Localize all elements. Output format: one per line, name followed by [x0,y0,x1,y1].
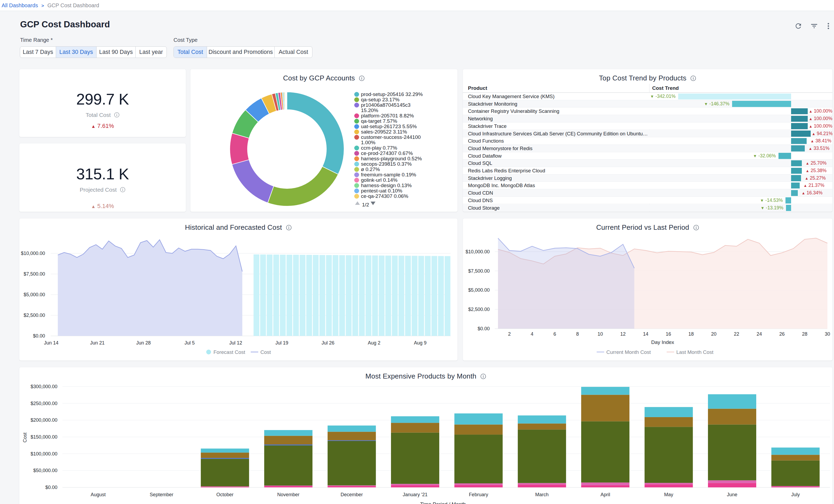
svg-text:prod-setup-205416 32.29%: prod-setup-205416 32.29% [361,91,423,97]
svg-text:Cost: Cost [22,433,28,442]
svg-text:golink-url 0.14%: golink-url 0.14% [361,177,397,183]
svg-text:10: 10 [597,331,603,337]
svg-text:June: June [727,492,737,497]
svg-text:Jul 19: Jul 19 [276,340,288,346]
svg-text:$0.00: $0.00 [478,326,490,331]
svg-text:20: 20 [711,331,717,337]
svg-text:15.20%: 15.20% [361,108,378,113]
svg-text:Jul 26: Jul 26 [322,340,334,346]
svg-text:April: April [600,492,610,497]
svg-text:14: 14 [643,331,649,337]
svg-text:August: August [91,492,106,497]
svg-text:Jul 5: Jul 5 [184,340,195,346]
svg-text:March: March [535,492,549,497]
svg-text:January '21: January '21 [403,492,428,497]
svg-text:ce-prod-274307 0.67%: ce-prod-274307 0.67% [361,150,413,156]
svg-text:18: 18 [688,331,694,337]
svg-text:$5,000.00: $5,000.00 [468,287,490,293]
svg-text:Forecast Cost: Forecast Cost [214,349,245,355]
svg-text:2: 2 [508,331,511,337]
svg-text:16: 16 [665,331,671,337]
svg-text:12: 12 [620,331,626,337]
svg-text:sales-209522 3.11%: sales-209522 3.11% [361,129,407,135]
svg-text:Jul 12: Jul 12 [229,340,242,346]
svg-text:uat-setup-261723 5.55%: uat-setup-261723 5.55% [361,124,417,129]
svg-text:$100,000.00: $100,000.00 [30,451,58,457]
svg-text:qa-target 7.57%: qa-target 7.57% [361,118,397,124]
svg-text:Time Period / Month: Time Period / Month [420,501,466,504]
svg-text:$250,000.00: $250,000.00 [30,401,58,406]
svg-text:Jun 21: Jun 21 [90,340,105,346]
svg-text:$0.00: $0.00 [33,333,45,338]
svg-text:6: 6 [553,331,556,337]
svg-text:October: October [216,492,234,497]
svg-text:Jun 14: Jun 14 [44,340,59,346]
svg-text:$7,500.00: $7,500.00 [24,271,45,277]
svg-text:Aug 9: Aug 9 [414,340,426,346]
svg-text:pr10406a87045145c3: pr10406a87045145c3 [361,102,411,108]
svg-text:qa-setup 23.17%: qa-setup 23.17% [361,97,400,103]
svg-text:22: 22 [734,331,739,337]
svg-text:ce-qa-274307 0.06%: ce-qa-274307 0.06% [361,193,409,199]
svg-text:Aug 2: Aug 2 [368,340,380,346]
svg-text:Current Month Cost: Current Month Cost [606,349,651,355]
svg-text:28: 28 [802,331,808,337]
svg-text:ø 0.27%: ø 0.27% [361,167,380,172]
svg-text:$50,000.00: $50,000.00 [33,468,58,473]
svg-text:1/2: 1/2 [362,202,369,207]
svg-text:December: December [341,492,363,497]
svg-text:November: November [277,492,300,497]
svg-text:$2,500.00: $2,500.00 [468,307,490,312]
svg-text:ccm-play 0.77%: ccm-play 0.77% [361,145,397,151]
svg-text:Cost: Cost [260,349,271,355]
svg-text:$7,500.00: $7,500.00 [468,268,490,274]
svg-text:$5,000.00: $5,000.00 [24,292,45,297]
svg-text:Day Index: Day Index [651,339,674,345]
svg-text:$300,000.00: $300,000.00 [30,384,58,389]
svg-text:26: 26 [779,331,785,337]
svg-text:Last Month Cost: Last Month Cost [676,349,714,355]
svg-text:customer-success-244100: customer-success-244100 [361,134,421,140]
svg-text:platform-205701 8.82%: platform-205701 8.82% [361,113,414,118]
svg-text:harness-playground 0.52%: harness-playground 0.52% [361,156,422,161]
svg-text:pentest-uat 0.10%: pentest-uat 0.10% [361,188,402,194]
svg-text:$2,500.00: $2,500.00 [24,312,45,318]
svg-text:secops-239815 0.37%: secops-239815 0.37% [361,161,412,167]
svg-text:Jun 28: Jun 28 [136,340,151,346]
svg-text:8: 8 [576,331,579,337]
svg-text:freemium-sample 0.19%: freemium-sample 0.19% [361,172,416,177]
svg-text:$200,000.00: $200,000.00 [30,417,58,423]
svg-text:July: July [791,492,800,497]
svg-text:September: September [150,492,173,497]
svg-text:$10,000.00: $10,000.00 [21,251,45,256]
svg-text:February: February [469,492,488,497]
svg-text:$150,000.00: $150,000.00 [30,434,58,440]
svg-text:4: 4 [531,331,533,337]
svg-text:harness-design 0.13%: harness-design 0.13% [361,182,412,188]
svg-text:30: 30 [825,331,830,337]
svg-text:1.00%: 1.00% [361,140,375,145]
svg-text:$0.00: $0.00 [45,485,58,490]
svg-text:$10,000.00: $10,000.00 [465,249,490,255]
svg-text:May: May [664,492,673,497]
svg-text:24: 24 [756,331,762,337]
